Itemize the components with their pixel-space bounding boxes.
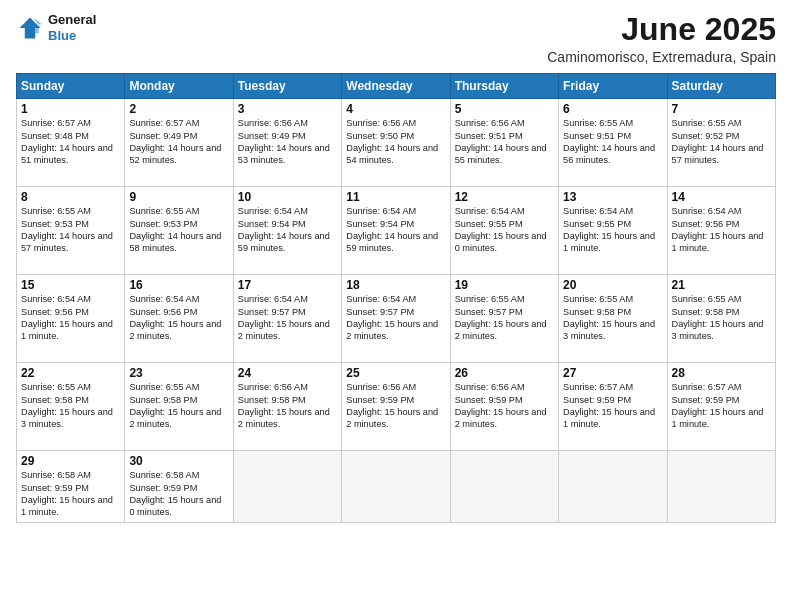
day-cell [342,451,450,523]
cell-info: Sunrise: 6:56 AMSunset: 9:50 PMDaylight:… [346,117,445,167]
day-cell: 15Sunrise: 6:54 AMSunset: 9:56 PMDayligh… [17,275,125,363]
day-number: 4 [346,102,445,116]
day-number: 16 [129,278,228,292]
day-cell: 13Sunrise: 6:54 AMSunset: 9:55 PMDayligh… [559,187,667,275]
cell-info: Sunrise: 6:55 AMSunset: 9:53 PMDaylight:… [21,205,120,255]
day-cell [233,451,341,523]
day-cell: 22Sunrise: 6:55 AMSunset: 9:58 PMDayligh… [17,363,125,451]
day-cell: 14Sunrise: 6:54 AMSunset: 9:56 PMDayligh… [667,187,775,275]
day-number: 9 [129,190,228,204]
day-cell: 21Sunrise: 6:55 AMSunset: 9:58 PMDayligh… [667,275,775,363]
cell-info: Sunrise: 6:57 AMSunset: 9:59 PMDaylight:… [563,381,662,431]
cell-info: Sunrise: 6:55 AMSunset: 9:58 PMDaylight:… [129,381,228,431]
day-cell [450,451,558,523]
day-number: 1 [21,102,120,116]
cell-info: Sunrise: 6:54 AMSunset: 9:54 PMDaylight:… [346,205,445,255]
calendar-header-row: Sunday Monday Tuesday Wednesday Thursday… [17,74,776,99]
day-number: 23 [129,366,228,380]
cell-info: Sunrise: 6:54 AMSunset: 9:57 PMDaylight:… [346,293,445,343]
day-cell: 6Sunrise: 6:55 AMSunset: 9:51 PMDaylight… [559,99,667,187]
day-number: 2 [129,102,228,116]
cell-info: Sunrise: 6:55 AMSunset: 9:58 PMDaylight:… [672,293,771,343]
cell-info: Sunrise: 6:58 AMSunset: 9:59 PMDaylight:… [129,469,228,519]
day-cell: 25Sunrise: 6:56 AMSunset: 9:59 PMDayligh… [342,363,450,451]
day-number: 28 [672,366,771,380]
day-number: 13 [563,190,662,204]
day-number: 7 [672,102,771,116]
day-cell: 8Sunrise: 6:55 AMSunset: 9:53 PMDaylight… [17,187,125,275]
col-tuesday: Tuesday [233,74,341,99]
day-cell: 23Sunrise: 6:55 AMSunset: 9:58 PMDayligh… [125,363,233,451]
subtitle: Caminomorisco, Extremadura, Spain [547,49,776,65]
day-number: 20 [563,278,662,292]
cell-info: Sunrise: 6:57 AMSunset: 9:49 PMDaylight:… [129,117,228,167]
day-cell: 5Sunrise: 6:56 AMSunset: 9:51 PMDaylight… [450,99,558,187]
day-number: 17 [238,278,337,292]
logo-icon [16,14,44,42]
day-cell: 3Sunrise: 6:56 AMSunset: 9:49 PMDaylight… [233,99,341,187]
calendar-table: Sunday Monday Tuesday Wednesday Thursday… [16,73,776,523]
logo: General Blue [16,12,96,43]
cell-info: Sunrise: 6:55 AMSunset: 9:58 PMDaylight:… [21,381,120,431]
day-cell [559,451,667,523]
day-number: 19 [455,278,554,292]
day-cell: 20Sunrise: 6:55 AMSunset: 9:58 PMDayligh… [559,275,667,363]
cell-info: Sunrise: 6:56 AMSunset: 9:49 PMDaylight:… [238,117,337,167]
day-cell: 30Sunrise: 6:58 AMSunset: 9:59 PMDayligh… [125,451,233,523]
col-saturday: Saturday [667,74,775,99]
col-thursday: Thursday [450,74,558,99]
day-cell: 17Sunrise: 6:54 AMSunset: 9:57 PMDayligh… [233,275,341,363]
cell-info: Sunrise: 6:56 AMSunset: 9:59 PMDaylight:… [346,381,445,431]
day-cell: 28Sunrise: 6:57 AMSunset: 9:59 PMDayligh… [667,363,775,451]
cell-info: Sunrise: 6:55 AMSunset: 9:51 PMDaylight:… [563,117,662,167]
day-cell: 10Sunrise: 6:54 AMSunset: 9:54 PMDayligh… [233,187,341,275]
day-cell: 29Sunrise: 6:58 AMSunset: 9:59 PMDayligh… [17,451,125,523]
day-number: 15 [21,278,120,292]
day-number: 6 [563,102,662,116]
cell-info: Sunrise: 6:55 AMSunset: 9:53 PMDaylight:… [129,205,228,255]
col-wednesday: Wednesday [342,74,450,99]
cell-info: Sunrise: 6:56 AMSunset: 9:59 PMDaylight:… [455,381,554,431]
col-monday: Monday [125,74,233,99]
day-number: 29 [21,454,120,468]
col-sunday: Sunday [17,74,125,99]
day-cell: 19Sunrise: 6:55 AMSunset: 9:57 PMDayligh… [450,275,558,363]
day-number: 21 [672,278,771,292]
day-number: 18 [346,278,445,292]
day-cell: 2Sunrise: 6:57 AMSunset: 9:49 PMDaylight… [125,99,233,187]
day-number: 3 [238,102,337,116]
day-number: 24 [238,366,337,380]
day-cell: 11Sunrise: 6:54 AMSunset: 9:54 PMDayligh… [342,187,450,275]
logo-text: General Blue [48,12,96,43]
day-cell: 16Sunrise: 6:54 AMSunset: 9:56 PMDayligh… [125,275,233,363]
day-cell [667,451,775,523]
day-number: 10 [238,190,337,204]
cell-info: Sunrise: 6:54 AMSunset: 9:56 PMDaylight:… [21,293,120,343]
cell-info: Sunrise: 6:57 AMSunset: 9:59 PMDaylight:… [672,381,771,431]
cell-info: Sunrise: 6:54 AMSunset: 9:54 PMDaylight:… [238,205,337,255]
cell-info: Sunrise: 6:55 AMSunset: 9:58 PMDaylight:… [563,293,662,343]
cell-info: Sunrise: 6:56 AMSunset: 9:51 PMDaylight:… [455,117,554,167]
day-number: 26 [455,366,554,380]
main-title: June 2025 [547,12,776,47]
cell-info: Sunrise: 6:55 AMSunset: 9:57 PMDaylight:… [455,293,554,343]
day-cell: 27Sunrise: 6:57 AMSunset: 9:59 PMDayligh… [559,363,667,451]
cell-info: Sunrise: 6:58 AMSunset: 9:59 PMDaylight:… [21,469,120,519]
cell-info: Sunrise: 6:56 AMSunset: 9:58 PMDaylight:… [238,381,337,431]
cell-info: Sunrise: 6:54 AMSunset: 9:55 PMDaylight:… [455,205,554,255]
cell-info: Sunrise: 6:54 AMSunset: 9:55 PMDaylight:… [563,205,662,255]
day-cell: 7Sunrise: 6:55 AMSunset: 9:52 PMDaylight… [667,99,775,187]
page: General Blue June 2025 Caminomorisco, Ex… [0,0,792,612]
day-number: 30 [129,454,228,468]
day-cell: 26Sunrise: 6:56 AMSunset: 9:59 PMDayligh… [450,363,558,451]
day-number: 22 [21,366,120,380]
day-cell: 12Sunrise: 6:54 AMSunset: 9:55 PMDayligh… [450,187,558,275]
day-cell: 18Sunrise: 6:54 AMSunset: 9:57 PMDayligh… [342,275,450,363]
day-number: 27 [563,366,662,380]
cell-info: Sunrise: 6:57 AMSunset: 9:48 PMDaylight:… [21,117,120,167]
day-cell: 9Sunrise: 6:55 AMSunset: 9:53 PMDaylight… [125,187,233,275]
day-number: 14 [672,190,771,204]
day-cell: 1Sunrise: 6:57 AMSunset: 9:48 PMDaylight… [17,99,125,187]
day-cell: 4Sunrise: 6:56 AMSunset: 9:50 PMDaylight… [342,99,450,187]
day-number: 5 [455,102,554,116]
